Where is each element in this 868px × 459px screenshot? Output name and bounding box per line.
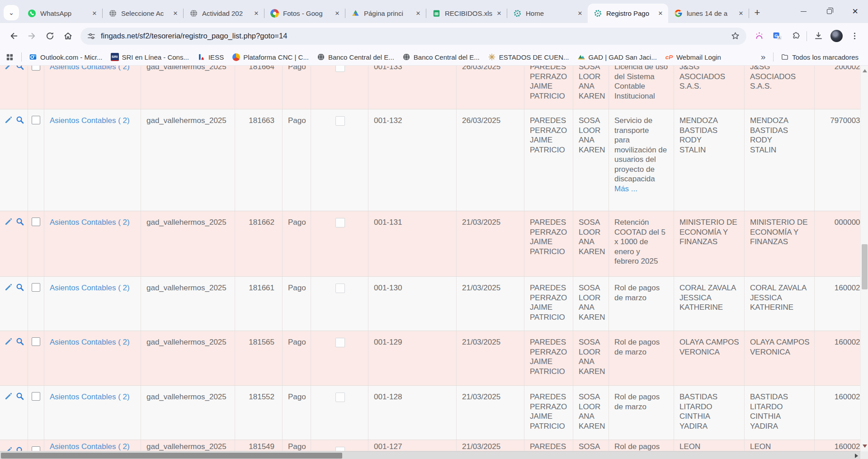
view-magnifier-icon[interactable] (15, 217, 24, 229)
mas-link[interactable]: Más ... (614, 184, 669, 194)
edit-pencil-icon[interactable] (4, 392, 13, 403)
bookmarks-overflow-button[interactable]: » (761, 52, 766, 62)
restore-icon (827, 9, 832, 14)
row-select-checkbox[interactable] (32, 392, 40, 401)
horizontal-scrollbar[interactable] (0, 451, 860, 459)
tab-close-icon[interactable]: ✕ (252, 9, 260, 18)
bookmark-plataforma-cnc-c[interactable]: Plataforma CNC | C... (232, 53, 309, 61)
row-flag-checkbox[interactable] (335, 66, 345, 72)
tab-close-icon[interactable]: ✕ (576, 9, 584, 18)
bookmark-label: Banco Central del E... (328, 53, 394, 61)
row-flag-checkbox[interactable] (335, 284, 345, 293)
vertical-scrollbar-thumb[interactable] (862, 244, 868, 289)
vertical-scrollbar[interactable] (860, 66, 868, 451)
view-magnifier-icon[interactable] (15, 66, 24, 73)
tab-close-icon[interactable]: ✕ (414, 9, 422, 18)
bookmark-iess[interactable]: IESS (197, 53, 224, 61)
bookmark-banco-central-del-e[interactable]: Banco Central del E... (402, 53, 480, 61)
link-text[interactable]: Asientos Contables ( 2) (50, 442, 130, 451)
tab-seleccione-ac[interactable]: Seleccione Ac✕ (103, 4, 183, 23)
edit-pencil-icon[interactable] (4, 217, 13, 229)
view-magnifier-icon[interactable] (15, 392, 24, 403)
browser-menu-button[interactable] (845, 27, 863, 45)
link-text[interactable]: Asientos Contables ( 2) (50, 116, 130, 125)
bookmark-banco-central-del-e[interactable]: Banco Central del E... (317, 53, 394, 61)
new-tab-button[interactable]: + (749, 7, 765, 19)
all-bookmarks-button[interactable]: Todos los marcadores (781, 53, 859, 61)
minimize-button[interactable] (791, 0, 816, 23)
edit-pencil-icon[interactable] (4, 66, 13, 73)
extensions-button[interactable] (786, 27, 804, 45)
forward-button[interactable] (23, 27, 41, 45)
tab-search-button[interactable]: ⌄ (4, 5, 19, 20)
translate-button[interactable]: GA (768, 27, 786, 45)
tab-actividad-202[interactable]: Actividad 202✕ (184, 4, 264, 23)
tab-p-gina-princi[interactable]: Página princi✕ (345, 4, 426, 23)
scroll-right-arrow-icon[interactable] (855, 454, 858, 458)
row-select-checkbox[interactable] (32, 337, 40, 346)
cell-cb1 (28, 277, 44, 331)
url-text[interactable]: fingads.net/sf2/tesoreria/registro_pago_… (101, 32, 727, 40)
link-text[interactable]: Asientos Contables ( 2) (50, 393, 130, 401)
scroll-up-arrow-icon[interactable] (863, 69, 867, 72)
cell-tesorera: SOSA LOOR ANA KAREN (573, 277, 609, 331)
tab-close-icon[interactable]: ✕ (495, 9, 503, 18)
link-text[interactable]: Asientos Contables ( 2) (50, 338, 130, 346)
row-flag-checkbox[interactable] (335, 393, 345, 402)
tab-fotos-goog[interactable]: Fotos - Goog✕ (264, 4, 345, 23)
address-bar[interactable]: fingads.net/sf2/tesoreria/registro_pago_… (80, 28, 746, 45)
row-select-checkbox[interactable] (32, 116, 40, 124)
bookmark-sri-en-l-nea-cons[interactable]: SRISRI en Línea - Cons... (111, 53, 189, 61)
home-button[interactable] (59, 27, 77, 45)
bookmarks-divider (21, 52, 22, 62)
close-window-button[interactable]: ✕ (842, 0, 868, 23)
row-select-checkbox[interactable] (32, 446, 40, 451)
cell-beneficiario2: MENDOZA BASTIDAS RODY STALIN (745, 109, 815, 211)
link-text[interactable]: Asientos Contables ( 2) (50, 284, 130, 292)
tab-whatsapp[interactable]: WhatsApp✕ (22, 4, 102, 23)
view-magnifier-icon[interactable] (15, 337, 24, 349)
apps-shortcut-button[interactable] (5, 53, 14, 62)
db-text: gad_vallehermos_2025 (146, 442, 226, 451)
row-select-checkbox[interactable] (32, 283, 40, 292)
edit-pencil-icon[interactable] (4, 115, 13, 127)
tab-close-icon[interactable]: ✕ (656, 9, 665, 18)
bookmark-star-button[interactable] (727, 28, 743, 44)
link-text[interactable]: Asientos Contables ( 2) (50, 218, 130, 227)
bookmark-outlook-com-micr[interactable]: Outlook.com - Micr... (29, 53, 103, 61)
view-magnifier-icon[interactable] (15, 283, 24, 294)
reload-button[interactable] (41, 27, 59, 45)
row-flag-checkbox[interactable] (335, 116, 345, 126)
row-select-checkbox[interactable] (32, 218, 40, 226)
row-flag-checkbox[interactable] (335, 218, 345, 227)
view-magnifier-icon[interactable] (15, 446, 24, 451)
tab-lunes-14-de-a[interactable]: lunes 14 de a✕ (668, 4, 749, 23)
scroll-down-arrow-icon[interactable] (863, 445, 867, 448)
edit-pencil-icon[interactable] (4, 337, 13, 349)
maximize-button[interactable] (816, 0, 842, 23)
row-select-checkbox[interactable] (32, 66, 40, 71)
horizontal-scrollbar-thumb[interactable] (1, 453, 342, 459)
edit-pencil-icon[interactable] (4, 446, 13, 451)
edit-pencil-icon[interactable] (4, 283, 13, 294)
bookmark-estados-de-cuen[interactable]: ESTADOS DE CUEN... (488, 53, 569, 61)
tab-registro-pago[interactable]: Registro Pago✕ (588, 4, 668, 23)
downloads-button[interactable] (809, 27, 827, 45)
tab-close-icon[interactable]: ✕ (333, 9, 341, 18)
row-flag-checkbox[interactable] (335, 447, 345, 451)
tab-recibidos-xls[interactable]: RECIBIDOS.xls✕ (426, 4, 507, 23)
site-info-icon[interactable] (87, 32, 96, 41)
cell-beneficiario: OLAYA CAMPOS VERONICA (674, 331, 745, 385)
back-button[interactable] (5, 27, 23, 45)
view-magnifier-icon[interactable] (15, 115, 24, 127)
tab-home[interactable]: Home✕ (507, 4, 588, 23)
row-flag-checkbox[interactable] (335, 338, 345, 347)
bookmark-webmail-login[interactable]: cPWebmail Login (665, 53, 721, 61)
link-text[interactable]: Asientos Contables ( 2) (50, 66, 130, 71)
browser-labs-button[interactable] (750, 27, 768, 45)
profile-button[interactable] (827, 27, 845, 45)
bookmark-gad-gad-san-jaci[interactable]: GAD | GAD San Jaci... (577, 53, 657, 61)
tab-close-icon[interactable]: ✕ (90, 9, 99, 18)
tab-close-icon[interactable]: ✕ (737, 9, 745, 18)
tab-close-icon[interactable]: ✕ (171, 9, 179, 18)
